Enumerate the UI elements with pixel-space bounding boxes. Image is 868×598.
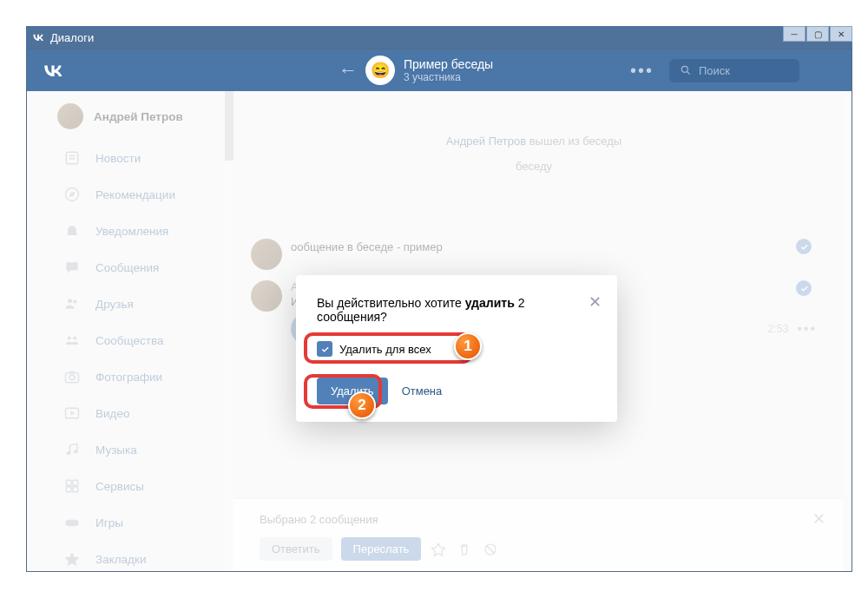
close-button[interactable]: ✕: [830, 26, 852, 42]
chat-subtitle: 3 участника: [404, 71, 493, 83]
callout-badge: 2: [348, 391, 376, 419]
window-title: Диалоги: [50, 31, 94, 44]
vk-icon: [31, 30, 45, 44]
app-header: ← 😄 Пример беседы 3 участника ••• Поиск: [27, 49, 852, 91]
titlebar[interactable]: Диалоги ─ ▢ ✕: [26, 26, 852, 49]
app: ← 😄 Пример беседы 3 участника ••• Поиск …: [26, 49, 852, 572]
search-placeholder: Поиск: [699, 64, 730, 77]
svg-point-0: [681, 66, 687, 72]
svg-line-1: [687, 72, 690, 75]
chat-name: Пример беседы: [404, 57, 493, 71]
modal-title: Вы действительно хотите удалить 2 сообще…: [317, 296, 596, 324]
vk-logo[interactable]: [36, 58, 70, 82]
titlebar-left: Диалоги: [26, 30, 94, 44]
chat-avatar[interactable]: 😄: [365, 56, 395, 85]
search-input[interactable]: Поиск: [669, 59, 799, 82]
back-button[interactable]: ←: [331, 53, 365, 88]
callout-badge: 1: [454, 332, 482, 360]
checkbox-checked-icon: [317, 341, 332, 357]
modal-close-button[interactable]: ✕: [589, 292, 602, 312]
chat-title-block[interactable]: Пример беседы 3 участника: [404, 57, 493, 83]
search-icon: [680, 64, 692, 76]
checkbox-label: Удалить для всех: [339, 343, 431, 356]
more-button[interactable]: •••: [623, 54, 661, 88]
delete-for-all-checkbox[interactable]: Удалить для всех: [317, 341, 431, 357]
cancel-button[interactable]: Отмена: [402, 384, 443, 398]
minimize-button[interactable]: ─: [783, 26, 806, 42]
desktop-window: Диалоги ─ ▢ ✕ ← 😄 Пример беседы 3 участн…: [0, 0, 868, 598]
maximize-button[interactable]: ▢: [806, 26, 829, 42]
window-buttons: ─ ▢ ✕: [782, 26, 852, 49]
